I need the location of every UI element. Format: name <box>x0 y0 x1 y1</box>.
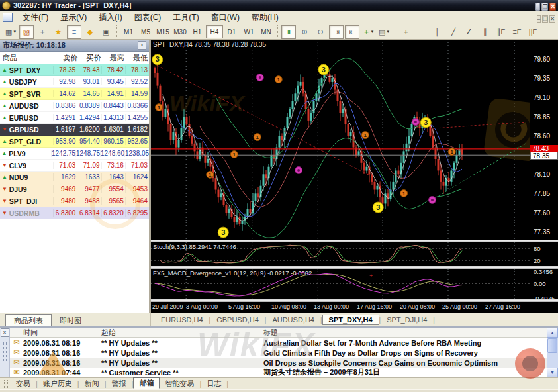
close-icon[interactable]: x <box>138 41 146 50</box>
chart-tab-spt-dji-h4[interactable]: SPT_DJI,H4 <box>381 315 433 324</box>
buy-value: 954.40 <box>77 138 101 145</box>
timeframe-d1[interactable]: D1 <box>223 25 240 38</box>
mdi-close-button[interactable]: ✕ <box>549 15 555 23</box>
chart-tab-audusd-h4[interactable]: AUDUSD,H4 <box>266 315 320 324</box>
scrollbar[interactable]: ▲ ▼ <box>547 328 558 377</box>
low-value: 6.8295 <box>125 209 149 217</box>
news-row-2[interactable]: ✉2009.08.31 08:16** HY Updates **Gold Cl… <box>10 348 547 358</box>
menu-item-5[interactable]: 工具(T) <box>167 11 205 24</box>
market-row-spt_dxy[interactable]: ▲SPT_DXY78.3578.4378.4278.13 <box>0 64 149 76</box>
tab-symbol-list[interactable]: 商品列表 <box>5 314 52 326</box>
terminal-tab-4[interactable]: 警报 <box>107 379 132 389</box>
timeframe-m1[interactable]: M1 <box>120 25 137 38</box>
add-indicator-button[interactable]: ＋▾ <box>361 25 375 39</box>
news-row-3[interactable]: ✉2009.08.31 08:16** HY Updates **Oil Dro… <box>10 358 547 368</box>
zoom-in-button[interactable]: ⊕ <box>297 25 312 39</box>
fibo-channel-tool-button[interactable]: ∥F <box>494 25 508 39</box>
scroll-down-icon[interactable]: ▼ <box>547 368 558 377</box>
timeframe-h1[interactable]: H1 <box>189 25 206 38</box>
drag-handle[interactable] <box>4 380 8 388</box>
terminal-tab-1[interactable]: 交易 <box>11 379 36 389</box>
market-watch-toggle-button[interactable]: ≡ <box>67 25 81 39</box>
menu-item-7[interactable]: 帮助(H) <box>246 11 285 24</box>
cursor-move-button[interactable]: ＋ <box>35 25 50 39</box>
close-icon[interactable]: x <box>1 328 9 337</box>
news-row-4[interactable]: ✉2009.08.31 07:44** Customer Service **期… <box>10 368 547 377</box>
price-up-arrow-icon: ▲ <box>0 174 9 180</box>
time-tick: 3 Aug 00:00 <box>186 303 218 310</box>
maximize-button[interactable]: ❐ <box>541 3 548 11</box>
timeframe-mn[interactable]: MN <box>257 25 275 38</box>
terminal-tab-2[interactable]: 账户历史 <box>38 379 77 389</box>
mdi-minimize-button[interactable]: – <box>537 15 541 23</box>
minimize-button[interactable]: – <box>535 3 540 11</box>
market-row-ndu9[interactable]: ▲NDU91629163316431624 <box>0 172 149 183</box>
horizontal-line-tool-button[interactable]: ─ <box>414 25 429 39</box>
angle-trend-tool-button[interactable]: ∠ <box>462 25 477 39</box>
toolbar-timeframes-group: M1M5M15M30H1H4D1W1MN <box>116 25 277 38</box>
symbol-label: SPT_DJI <box>9 197 53 205</box>
auto-scroll-button[interactable]: ⇤ <box>345 25 359 39</box>
new-chart-button[interactable]: ▦▾ <box>3 25 18 39</box>
fibo-retracement-tool-button[interactable]: ≡F <box>510 25 524 39</box>
chart-tab-spt-dxy-h4[interactable]: SPT_DXY,H4 <box>322 315 379 325</box>
market-row-eurusd[interactable]: ▲EURUSD1.42911.42941.43131.4255 <box>0 112 149 124</box>
bar-chart-mode-button[interactable]: ||| <box>281 25 296 39</box>
svg-text:3: 3 <box>156 55 160 63</box>
timeframe-m15[interactable]: M15 <box>154 25 171 38</box>
symbol-label: PLV9 <box>9 150 51 158</box>
news-subject: Gold Climbs a Fifth Day as Dollar Drops … <box>263 349 547 357</box>
zoom-out-button[interactable]: ⊖ <box>313 25 328 39</box>
menu-item-4[interactable]: 图表(C) <box>128 11 167 24</box>
market-row-dju9[interactable]: ▼DJU99469947795549453 <box>0 183 149 195</box>
chart-plot[interactable]: WikiFX1111111133333 <box>151 40 530 240</box>
menu-item-2[interactable]: 显示(V) <box>54 11 93 24</box>
chart-shift-button[interactable]: ⇥ <box>329 25 344 39</box>
market-row-usdjpy[interactable]: ▲USDJPY92.9893.0193.4592.52 <box>0 76 149 88</box>
market-row-gbpusd[interactable]: ▼GBPUSD1.61971.62001.63011.6182 <box>0 124 149 136</box>
trendline-tool-button[interactable]: ╱ <box>446 25 461 39</box>
timeframe-h4[interactable]: H4 <box>206 25 223 38</box>
terminal-tab-3[interactable]: 新闻 <box>79 379 105 389</box>
menu-item-3[interactable]: 插入(I) <box>93 11 128 24</box>
scrollbar-thumb[interactable] <box>547 338 557 353</box>
market-row-spt_svr[interactable]: ▲SPT_SVR14.6214.6514.9114.59 <box>0 88 149 100</box>
news-row-1[interactable]: ✉2009.08.31 08:19** HY Updates **Austral… <box>10 338 547 348</box>
profiles-button[interactable]: ▨ <box>19 25 34 39</box>
symbol-label: SPT_GLD <box>9 138 53 146</box>
price-axis[interactable]: 79.6079.3579.1078.8578.6078.1077.8577.60… <box>530 40 558 299</box>
chart-tab-gbpusd-h4[interactable]: GBPUSD,H4 <box>210 315 265 324</box>
timeframe-w1[interactable]: W1 <box>240 25 257 38</box>
market-row-plv9[interactable]: ▲PLV91242.751248.751248.601238.05 <box>0 148 149 160</box>
market-row-usdrmb[interactable]: ▼USDRMB6.83006.83146.83206.8295 <box>0 207 149 219</box>
price-up-arrow-icon: ▲ <box>0 138 9 144</box>
templates-button[interactable]: ▤▾ <box>377 25 391 39</box>
terminal-tab-7[interactable]: 日志 <box>201 379 226 389</box>
timeframe-m30[interactable]: M30 <box>171 25 189 38</box>
terminal-tab-6[interactable]: 智能交易 <box>160 379 199 389</box>
favorites-button[interactable]: ★ <box>51 25 66 39</box>
market-watch-rows: ▲SPT_DXY78.3578.4378.4278.13▲USDJPY92.98… <box>0 64 149 219</box>
chart-tab-eurusd-h4[interactable]: EURUSD,H4 <box>155 315 209 324</box>
fibo-timezone-tool-button[interactable]: ||F <box>526 25 540 39</box>
market-row-spt_dji[interactable]: ▼SPT_DJI9480948895659464 <box>0 195 149 207</box>
close-button[interactable]: ✕ <box>549 3 556 11</box>
crosshair-tool-button[interactable]: ＋ <box>398 25 413 39</box>
market-row-spt_gld[interactable]: ▲SPT_GLD953.90954.40960.15952.65 <box>0 136 149 148</box>
vertical-line-tool-button[interactable]: │ <box>430 25 445 39</box>
scroll-up-icon[interactable]: ▲ <box>547 328 558 338</box>
equidistant-channel-tool-button[interactable]: ∥ <box>478 25 492 39</box>
vertical-line-tool-icon: │ <box>436 28 440 36</box>
terminal-tab-5[interactable]: 邮箱 <box>133 377 160 389</box>
drag-handle[interactable] <box>3 342 7 361</box>
timeframe-m5[interactable]: M5 <box>137 25 154 38</box>
mdi-restore-button[interactable]: ❐ <box>542 15 548 23</box>
menu-item-1[interactable]: 文件(F) <box>17 11 54 24</box>
market-row-clv9[interactable]: ▼CLV971.0371.0973.1671.03 <box>0 160 149 172</box>
data-window-button[interactable]: ◆ <box>83 25 97 39</box>
market-row-audusd[interactable]: ▲AUDUSD0.83860.83890.84430.8366 <box>0 100 149 112</box>
menu-item-6[interactable]: 窗口(W) <box>205 11 246 24</box>
news-from: ** HY Updates ** <box>101 349 263 357</box>
tab-tick-chart[interactable]: 即时图 <box>52 315 89 326</box>
full-screen-button[interactable]: ▣ <box>99 25 113 39</box>
